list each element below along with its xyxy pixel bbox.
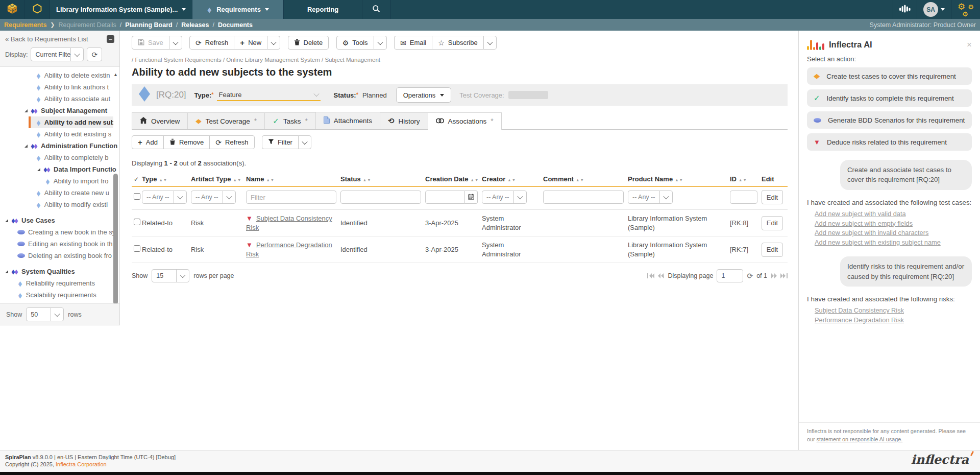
edit-button[interactable]: Edit — [762, 216, 783, 230]
sort-icons[interactable]: ▲▼ — [675, 178, 683, 182]
save-dropdown-button[interactable] — [169, 36, 182, 50]
refresh-page-icon[interactable]: ⟳ — [747, 272, 753, 280]
tools-dropdown-button[interactable] — [374, 36, 387, 50]
tree-item[interactable]: ◆Ability to link authors t — [0, 81, 119, 93]
sort-icons[interactable]: ▲▼ — [363, 178, 372, 182]
ai-action-button[interactable]: ◆Create test cases to cover this require… — [807, 67, 972, 85]
status-filter-input[interactable] — [340, 191, 421, 204]
artifact-link[interactable]: Performance Degradation Risk — [815, 316, 972, 325]
tree-item[interactable]: Deleting an existing book fro — [0, 250, 119, 262]
tree-expand-icon[interactable] — [24, 145, 28, 148]
new-button[interactable]: +New — [234, 36, 267, 50]
artifact-type-filter-select[interactable]: -- Any -- — [191, 191, 236, 204]
tab-attachments[interactable]: Attachments — [315, 112, 380, 129]
scrollbar-thumb[interactable] — [113, 174, 118, 304]
edit-button[interactable]: Edit — [762, 190, 783, 204]
tree-expand-icon[interactable] — [24, 109, 28, 112]
comment-filter-input[interactable] — [543, 191, 624, 204]
column-header-creator[interactable]: Creator▲▼ — [480, 172, 541, 186]
sort-icons[interactable]: ▲▼ — [576, 178, 584, 182]
filter-dropdown-button[interactable] — [298, 135, 311, 149]
scroll-up-icon[interactable]: ▲ — [113, 73, 118, 77]
ai-action-button[interactable]: Generate BDD Scenarios for this requirem… — [807, 111, 972, 129]
tree-item[interactable]: ◆Ability to edit existing s — [0, 128, 119, 140]
add-association-button[interactable]: +Add — [132, 135, 164, 149]
column-header-comment[interactable]: Comment▲▼ — [541, 172, 626, 186]
tree-expand-icon[interactable] — [5, 219, 8, 222]
calendar-button[interactable] — [465, 191, 478, 204]
breadcrumb-requirements[interactable]: Requirements — [4, 21, 46, 29]
tree-item[interactable]: ◆Ability to completely b — [0, 152, 119, 163]
back-to-requirements-link[interactable]: « Back to Requirements List — [5, 35, 88, 43]
refresh-button[interactable]: ⟳Refresh — [189, 36, 234, 50]
tree-item[interactable]: ◆Ability to import fro — [0, 175, 119, 187]
tree-item[interactable]: ◆Ability to add new sub — [29, 116, 113, 128]
operations-button[interactable]: Operations — [396, 87, 452, 103]
association-name-link[interactable]: Performance Degradation Risk — [246, 241, 332, 258]
sort-icons[interactable]: ▲▼ — [507, 178, 516, 182]
tree-item[interactable]: ◆Ability to associate aut — [0, 93, 119, 105]
tree-item[interactable]: ◆◆Subject Management — [0, 105, 119, 116]
sort-icons[interactable]: ▲▼ — [233, 178, 242, 182]
ai-action-button[interactable]: ✓Identify tasks to complete this require… — [807, 89, 972, 107]
nav-tab-requirements[interactable]: ◆ Requirements — [192, 0, 283, 19]
tab-associations[interactable]: Associations* — [428, 112, 502, 130]
sort-icons[interactable]: ▲▼ — [739, 178, 747, 182]
artifact-link[interactable]: Add new subject with invalid characters — [815, 228, 972, 238]
tab-tasks[interactable]: ✓Tasks* — [264, 112, 316, 129]
breadcrumb-releases[interactable]: Releases — [181, 21, 209, 29]
product-selector-dropdown[interactable]: Library Information System (Sample)... — [50, 0, 192, 19]
tree-item[interactable]: ◆◆Data Import Functio — [0, 163, 119, 175]
last-page-icon[interactable] — [780, 273, 788, 278]
tree-expand-icon[interactable] — [37, 168, 40, 171]
tree-item[interactable]: ◆◆Use Cases — [0, 215, 119, 226]
row-checkbox[interactable] — [134, 245, 140, 252]
artifact-link[interactable]: Subject Data Consistency Risk — [815, 306, 972, 316]
tools-button[interactable]: ⚙Tools — [336, 36, 374, 50]
artifact-link[interactable]: Add new subject with valid data — [815, 209, 972, 219]
tree-item[interactable]: ◆◆Administration Function — [0, 140, 119, 152]
tree-item[interactable]: ◆Reliability requirements — [0, 277, 119, 289]
administration-button[interactable]: ⚙⚙⚙ — [951, 0, 980, 19]
sort-icons[interactable]: ▲▼ — [471, 178, 479, 182]
row-checkbox[interactable] — [134, 219, 140, 225]
subscribe-dropdown-button[interactable] — [483, 36, 497, 50]
first-page-icon[interactable] — [647, 273, 654, 278]
column-header-type[interactable]: Type▲▼ — [140, 172, 189, 186]
spira-cube-logo[interactable] — [0, 0, 25, 19]
edit-button[interactable]: Edit — [762, 243, 783, 257]
tree-item[interactable]: ◆Ability to delete existin — [0, 69, 119, 81]
tree-scrollbar[interactable]: ▲ ▼ — [113, 73, 119, 313]
name-filter-input[interactable] — [246, 191, 336, 204]
column-header-name[interactable]: Name▲▼ — [244, 172, 338, 186]
tree-expand-icon[interactable] — [5, 270, 8, 273]
sort-icons[interactable]: ▲▼ — [159, 178, 167, 182]
breadcrumb-documents[interactable]: Documents — [218, 21, 253, 29]
next-page-icon[interactable] — [771, 273, 777, 278]
rows-count-select[interactable]: 50 — [26, 307, 64, 321]
rows-per-page-select[interactable]: 15 — [152, 269, 189, 282]
tab-history[interactable]: ⟲History — [380, 112, 428, 129]
nav-tab-reporting[interactable]: Reporting — [284, 0, 362, 19]
product-name-filter-select[interactable]: -- Any -- — [628, 191, 673, 204]
column-header-product-name[interactable]: Product Name▲▼ — [626, 172, 728, 186]
display-filter-select[interactable]: Current Filter — [31, 48, 84, 61]
tree-item[interactable]: ◆Ability to modify existi — [0, 199, 119, 210]
refresh-tree-button[interactable]: ⟳ — [87, 48, 102, 61]
dashboards-button[interactable] — [893, 0, 917, 19]
delete-button[interactable]: Delete — [288, 36, 329, 50]
refresh-associations-button[interactable]: ⟳Refresh — [209, 135, 254, 149]
new-dropdown-button[interactable] — [267, 36, 280, 50]
save-button[interactable]: Save — [132, 36, 169, 50]
column-header-creation-date[interactable]: Creation Date▲▼ — [423, 172, 480, 186]
column-header-id[interactable]: ID▲▼ — [728, 172, 760, 186]
type-filter-select[interactable]: -- Any -- — [142, 191, 187, 204]
product-hexagon-icon[interactable] — [25, 0, 50, 19]
inflectra-corporation-link[interactable]: Inflectra Corporation — [56, 461, 107, 467]
creation-date-filter-input[interactable] — [425, 191, 465, 204]
tree-item[interactable]: ◆Ability to create new u — [0, 187, 119, 199]
remove-association-button[interactable]: Remove — [163, 135, 210, 149]
close-icon[interactable]: × — [967, 40, 972, 49]
creator-filter-select[interactable]: -- Any -- — [482, 191, 527, 204]
artifact-link[interactable]: Add new subject with existing subject na… — [815, 238, 972, 248]
